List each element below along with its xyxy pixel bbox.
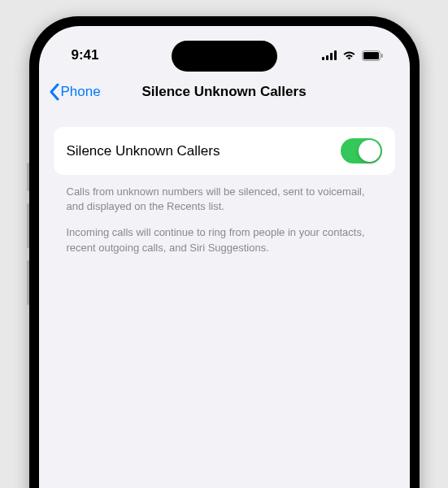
wifi-icon (342, 50, 356, 60)
silence-unknown-callers-toggle[interactable] (341, 138, 382, 163)
status-time: 9:41 (72, 47, 99, 63)
description-paragraph-1: Calls from unknown numbers will be silen… (67, 185, 382, 214)
battery-icon (362, 50, 384, 61)
page-title: Silence Unknown Callers (141, 84, 306, 100)
svg-rect-6 (381, 54, 383, 58)
description-paragraph-2: Incoming calls will continue to ring fro… (67, 225, 382, 255)
svg-rect-3 (334, 50, 337, 60)
dynamic-island (172, 41, 277, 72)
back-label: Phone (61, 84, 101, 100)
svg-rect-5 (363, 52, 379, 59)
svg-rect-0 (322, 57, 324, 60)
svg-rect-1 (326, 55, 328, 60)
back-button[interactable]: Phone (49, 83, 101, 101)
chevron-left-icon (49, 83, 59, 101)
status-icons (322, 50, 384, 61)
nav-header: Phone Silence Unknown Callers (39, 75, 410, 111)
toggle-knob (359, 140, 381, 162)
content-area: Silence Unknown Callers Calls from unkno… (39, 111, 410, 255)
cellular-signal-icon (322, 50, 337, 60)
side-button (27, 260, 29, 305)
silence-unknown-callers-row: Silence Unknown Callers (54, 127, 395, 175)
setting-label: Silence Unknown Callers (67, 143, 220, 159)
phone-frame: 9:41 (29, 16, 420, 488)
svg-rect-2 (330, 53, 333, 60)
setting-description: Calls from unknown numbers will be silen… (54, 175, 395, 255)
screen: 9:41 (39, 26, 410, 488)
